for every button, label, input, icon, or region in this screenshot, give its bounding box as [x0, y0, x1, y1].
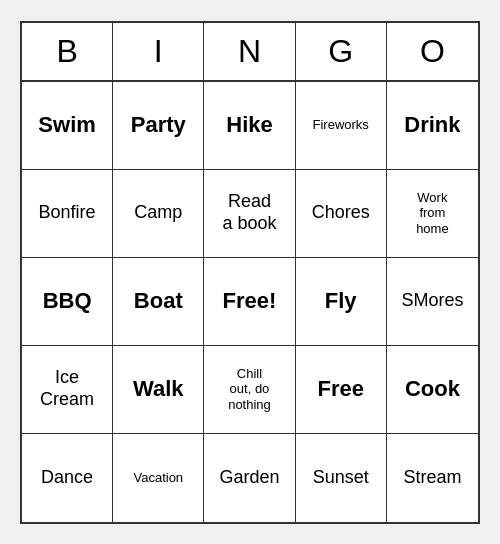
header-letter: I	[113, 23, 204, 80]
cell-text: Camp	[134, 202, 182, 224]
cell-text: IceCream	[40, 367, 94, 410]
cell-r2-c4: SMores	[387, 258, 478, 346]
header-letter: G	[296, 23, 387, 80]
cell-text: Party	[131, 112, 186, 138]
cell-r4-c1: Vacation	[113, 434, 204, 522]
cell-text: Sunset	[313, 467, 369, 489]
cell-r4-c3: Sunset	[296, 434, 387, 522]
cell-r1-c4: Workfromhome	[387, 170, 478, 258]
header-letter: O	[387, 23, 478, 80]
header-letter: B	[22, 23, 113, 80]
bingo-card: BINGO SwimPartyHikeFireworksDrinkBonfire…	[20, 21, 480, 524]
cell-r0-c4: Drink	[387, 82, 478, 170]
cell-text: Cook	[405, 376, 460, 402]
cell-text: Chores	[312, 202, 370, 224]
cell-r3-c3: Free	[296, 346, 387, 434]
cell-r0-c2: Hike	[204, 82, 295, 170]
cell-text: Walk	[133, 376, 184, 402]
cell-r4-c2: Garden	[204, 434, 295, 522]
cell-r1-c0: Bonfire	[22, 170, 113, 258]
cell-text: Fireworks	[313, 117, 369, 133]
cell-r0-c1: Party	[113, 82, 204, 170]
cell-text: Drink	[404, 112, 460, 138]
cell-text: Hike	[226, 112, 272, 138]
bingo-header: BINGO	[22, 23, 478, 82]
cell-r3-c4: Cook	[387, 346, 478, 434]
cell-text: Reada book	[222, 191, 276, 234]
cell-r2-c3: Fly	[296, 258, 387, 346]
cell-r1-c1: Camp	[113, 170, 204, 258]
header-letter: N	[204, 23, 295, 80]
cell-r3-c0: IceCream	[22, 346, 113, 434]
cell-r3-c2: Chillout, donothing	[204, 346, 295, 434]
cell-text: Boat	[134, 288, 183, 314]
cell-r2-c2: Free!	[204, 258, 295, 346]
cell-r1-c2: Reada book	[204, 170, 295, 258]
cell-r2-c0: BBQ	[22, 258, 113, 346]
cell-text: Swim	[38, 112, 95, 138]
cell-text: Chillout, donothing	[228, 366, 271, 413]
cell-text: Stream	[403, 467, 461, 489]
cell-r2-c1: Boat	[113, 258, 204, 346]
cell-text: Free	[317, 376, 363, 402]
cell-r4-c4: Stream	[387, 434, 478, 522]
cell-text: Workfromhome	[416, 190, 449, 237]
cell-text: Vacation	[133, 470, 183, 486]
cell-text: Fly	[325, 288, 357, 314]
cell-text: Garden	[219, 467, 279, 489]
cell-r3-c1: Walk	[113, 346, 204, 434]
cell-text: Bonfire	[39, 202, 96, 224]
bingo-grid: SwimPartyHikeFireworksDrinkBonfireCampRe…	[22, 82, 478, 522]
cell-r4-c0: Dance	[22, 434, 113, 522]
cell-r0-c3: Fireworks	[296, 82, 387, 170]
cell-text: Dance	[41, 467, 93, 489]
cell-r0-c0: Swim	[22, 82, 113, 170]
cell-text: SMores	[401, 290, 463, 312]
cell-text: BBQ	[43, 288, 92, 314]
cell-r1-c3: Chores	[296, 170, 387, 258]
cell-text: Free!	[223, 288, 277, 314]
